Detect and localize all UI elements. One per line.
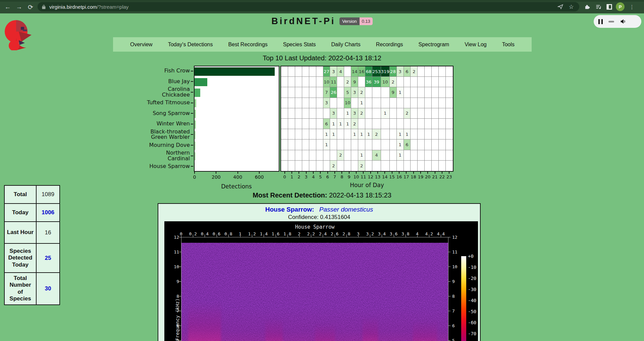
nav-item-view-log[interactable]: View Log [465,42,487,48]
profile-avatar[interactable]: P [616,2,625,11]
species-axis-tick [191,166,193,167]
hour-axis-ticklabel: 14 [382,174,388,179]
hour-axis-ticklabel: 22 [439,174,445,179]
heatmap-cell [281,98,288,108]
heatmap-cell [404,87,411,98]
heatmap-cell [344,129,351,139]
spectrogram-top-margin [181,237,448,243]
reload-button[interactable]: ⟳ [26,3,35,11]
time-tick-mark [346,236,347,237]
heatmap-cell [446,66,453,77]
heatmap-cell: 7 [323,87,330,98]
heatmap-cell [404,150,411,161]
heatmap-cell [365,98,372,108]
nav-item-species-stats[interactable]: Species Stats [283,42,316,48]
heatmap-cell [330,150,337,161]
frequency-tick-mark [448,340,450,341]
heatmap-cell [390,108,397,119]
heatmap-cell [425,108,432,119]
back-button[interactable]: ← [3,3,12,11]
heatmap-cell [439,139,446,150]
heatmap-cell: 2 [390,77,397,87]
heatmap-cell [381,129,390,139]
heatmap-cell: 28 [390,66,397,77]
detections-bar [195,120,196,129]
heatmap-cell: 2 [330,161,337,171]
frequency-axis-label: Frequency (kHz) [175,298,180,341]
heatmap-cell [411,139,418,150]
hour-axis-tickmark [334,172,335,174]
colorbar-tick-label: -20 [468,276,476,281]
hour-axis-ticklabel: 17 [404,174,409,179]
send-tab-icon[interactable] [556,3,565,11]
nav-item-spectrogram[interactable]: Spectrogram [419,42,449,48]
stats-value-link[interactable]: 1006 [36,204,60,222]
frequency-tick-mark [448,311,450,311]
forward-button[interactable]: → [15,3,23,11]
heatmap-cell [446,77,453,87]
heatmap-cell [358,77,365,87]
stats-value-link[interactable]: 30 [36,273,60,305]
heatmap-cell [351,139,358,150]
bar-axis-title: Detections [221,183,252,190]
heatmap-cell [411,150,418,161]
heatmap-cell [302,129,309,139]
heatmap-cell [397,98,404,108]
frequency-tick-label-right: 12 [452,235,458,240]
heatmap-cell [288,129,295,139]
heatmap-cell [432,129,439,139]
detections-bar [195,152,196,161]
frequency-tick-mark [448,296,450,296]
spectrogram-streak [363,317,378,341]
heatmap-cell: 9 [351,77,358,87]
nav-item-today-s-detections[interactable]: Today's Detections [168,42,213,48]
nav-item-best-recordings[interactable]: Best Recordings [228,42,267,48]
heatmap-cell: 1 [397,87,404,98]
nav-item-recordings[interactable]: Recordings [376,42,403,48]
heatmap-cell [302,77,309,87]
media-playlist-icon[interactable] [594,3,602,11]
heatmap-cell: 3 [330,66,337,77]
stats-value: 16 [36,222,60,243]
heatmap-cell: 1 [397,129,404,139]
heatmap-cell [425,150,432,161]
heatmap-cell [446,129,453,139]
heatmap-cell [351,150,358,161]
url-bar[interactable]: virginia.birdnetpi.com/?stream=play ☆ [38,2,579,11]
heatmap-cell [365,87,372,98]
time-tick-mark [217,236,217,237]
heatmap-cell: 4 [372,150,381,161]
nav-item-overview[interactable]: Overview [130,42,153,48]
nav-item-tools[interactable]: Tools [502,42,515,48]
bar-axis-ticklabel: 600 [255,174,264,180]
time-tick-mark [252,236,252,237]
extensions-puzzle-icon[interactable] [583,3,591,11]
spectrogram-plot [181,237,448,341]
side-panel-icon[interactable] [605,3,613,11]
frequency-tick-mark [448,267,450,267]
heatmap-cell [330,139,337,150]
bookmark-star-icon[interactable]: ☆ [567,3,575,11]
heatmap-cell: 1 [358,150,365,161]
page-title: BirdNET-Pi [271,16,335,26]
heatmap-cell [381,150,390,161]
nav-item-daily-charts[interactable]: Daily Charts [331,42,361,48]
heatmap-cell [309,87,316,98]
species-axis-tick [191,71,193,71]
hour-axis-ticklabel: 8 [340,174,343,179]
hour-axis-tickmark [442,172,442,174]
chrome-menu-icon[interactable]: ⋮ [628,3,636,11]
heatmap-cell [295,108,302,119]
species-label: Mourning Dove [114,140,190,151]
heatmap-cell [358,119,365,129]
detection-species-link[interactable]: House Sparrow: Passer domesticus [158,206,480,213]
heatmap-cell [397,108,404,119]
frequency-tick-label-left: 7 [169,308,179,314]
stats-value-link[interactable]: 25 [36,243,60,273]
heatmap-cell [418,98,425,108]
heatmap-cell [381,161,390,171]
heatmap-cell: 16 [358,66,365,77]
detections-bar [195,110,196,118]
heatmap-cell [309,66,316,77]
hour-axis-ticklabel: 9 [348,174,351,179]
